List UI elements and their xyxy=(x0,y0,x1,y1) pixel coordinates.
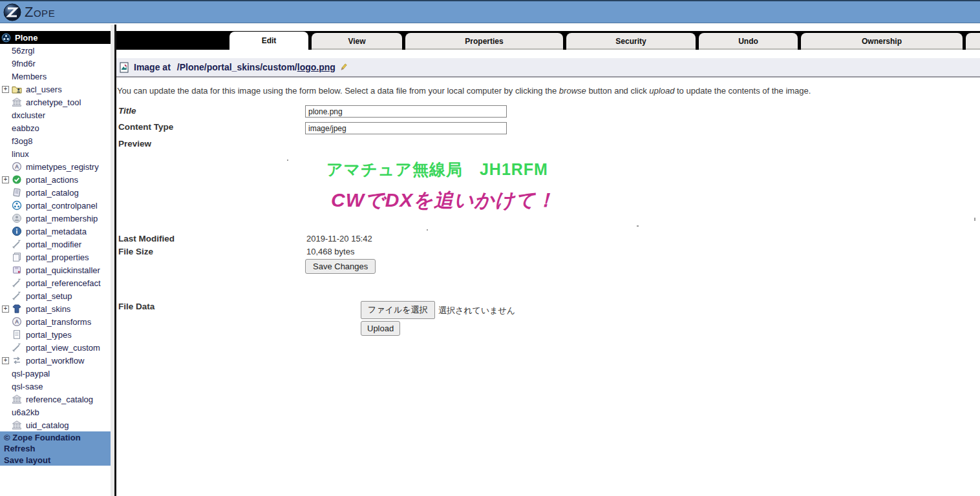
last-modified-value: 2019-11-20 15:42 xyxy=(306,234,372,243)
file-size-value: 10,468 bytes xyxy=(306,247,354,256)
sidebar-item-linux[interactable]: linux xyxy=(0,147,111,160)
sidebar-item-portal_types[interactable]: portal_types xyxy=(0,328,111,341)
sidebar-item-portal_properties[interactable]: portal_properties xyxy=(0,251,111,264)
sidebar-item-acl_users[interactable]: +acl_users xyxy=(0,83,111,96)
sidebar-item-label: archetype_tool xyxy=(26,98,81,107)
choose-file-button[interactable]: ファイルを選択 xyxy=(361,301,435,319)
title-label: Title xyxy=(118,106,136,116)
sidebar-item-label: portal_referencefact xyxy=(26,278,101,288)
preview-text-line-2: CWでDXを追いかけて！ xyxy=(331,187,556,214)
sidebar-item-portal_workflow[interactable]: +portal_workflow xyxy=(0,354,111,367)
wrench-icon xyxy=(12,278,22,288)
sidebar-item-label: portal_controlpanel xyxy=(26,201,98,211)
sidebar-root[interactable]: Plone xyxy=(0,31,111,44)
last-modified-label: Last Modified xyxy=(118,234,175,243)
sidebar-item-label: portal_properties xyxy=(26,253,89,262)
wrench-icon xyxy=(12,239,22,249)
folder-user-icon xyxy=(12,84,22,94)
image-artifact-speck xyxy=(974,218,975,221)
sidebar-item-portal_skins[interactable]: +portal_skins xyxy=(0,302,111,315)
sidebar-item-qsl-sase[interactable]: qsl-sase xyxy=(0,380,111,393)
disk-icon xyxy=(12,265,22,275)
expand-toggle-icon[interactable]: + xyxy=(2,357,9,364)
main-content: EditViewPropertiesSecurityUndoOwnership … xyxy=(116,31,980,496)
sidebar-item-56zrgl[interactable]: 56zrgl xyxy=(0,44,111,57)
zope-logo-icon xyxy=(3,3,21,21)
sidebar-item-uid_catalog[interactable]: uid_catalog xyxy=(0,418,111,431)
tab-undo[interactable]: Undo xyxy=(699,33,798,50)
sidebar-item-label: qsl-sase xyxy=(12,382,43,391)
sidebar-item-portal_referencefact[interactable]: portal_referencefact xyxy=(0,276,111,289)
sidebar-item-portal_catalog[interactable]: portal_catalog xyxy=(0,186,111,199)
book-icon xyxy=(12,187,22,198)
sidebar-root-label: Plone xyxy=(15,33,37,43)
sidebar-item-label: portal_actions xyxy=(26,175,78,185)
sidebar-item-label: 56zrgl xyxy=(12,46,34,56)
sidebar-item-label: portal_setup xyxy=(26,291,72,301)
sidebar-item-portal_view_custom[interactable]: portal_view_custom xyxy=(0,341,111,354)
person-icon xyxy=(12,213,22,223)
sidebar-item-label: Members xyxy=(12,72,47,81)
sidebar-item-portal_quickinstaller[interactable]: portal_quickinstaller xyxy=(0,264,111,276)
circle-a-icon: A xyxy=(12,316,22,327)
sidebar-item-label: portal_metadata xyxy=(26,227,87,236)
breadcrumb-prefix: Image at xyxy=(134,62,171,72)
expand-toggle-icon[interactable]: + xyxy=(2,176,9,183)
preview-text-line-1: アマチュア無線局 JH1RFM xyxy=(326,159,548,180)
save-layout-link[interactable]: Save layout xyxy=(4,455,111,466)
svg-text:A: A xyxy=(15,163,19,170)
sidebar-item-u6a2kb[interactable]: u6a2kb xyxy=(0,406,111,418)
image-artifact-speck xyxy=(637,225,639,227)
sidebar-item-label: portal_membership xyxy=(26,214,98,223)
sidebar-item-label: portal_types xyxy=(26,330,72,340)
sidebar-item-f3og8[interactable]: f3og8 xyxy=(0,134,111,147)
sidebar-item-portal_transforms[interactable]: Aportal_transforms xyxy=(0,315,111,328)
doc-icon xyxy=(12,329,22,340)
check-icon xyxy=(12,174,22,185)
zope-wordmark: ZOPE xyxy=(25,4,55,21)
sidebar-item-dxcluster[interactable]: dxcluster xyxy=(0,108,111,121)
sidebar-item-label: portal_catalog xyxy=(26,188,79,198)
sidebar-item-label: portal_modifier xyxy=(26,240,81,249)
sidebar-item-portal_actions[interactable]: +portal_actions xyxy=(0,173,111,186)
upload-button[interactable]: Upload xyxy=(361,321,400,336)
tab-partial[interactable] xyxy=(966,33,980,50)
sidebar-item-mimetypes_registry[interactable]: Amimetypes_registry xyxy=(0,160,111,173)
sidebar-item-eabbzo[interactable]: eabbzo xyxy=(0,121,111,134)
sidebar-item-portal_controlpanel[interactable]: portal_controlpanel xyxy=(0,199,111,212)
tab-properties[interactable]: Properties xyxy=(405,33,563,50)
sidebar-item-reference_catalog[interactable]: reference_catalog xyxy=(0,393,111,406)
tab-security[interactable]: Security xyxy=(566,33,696,50)
sidebar-item-archetype_tool[interactable]: archetype_tool xyxy=(0,96,111,108)
breadcrumb-link[interactable]: logo.png xyxy=(297,62,336,72)
sidebar-item-label: f3og8 xyxy=(12,136,33,146)
save-changes-button[interactable]: Save Changes xyxy=(305,259,376,274)
tab-ownership[interactable]: Ownership xyxy=(801,33,963,50)
sidebar-item-label: qsl-paypal xyxy=(12,369,50,378)
sidebar-item-portal_metadata[interactable]: portal_metadata xyxy=(0,225,111,238)
sidebar-item-label: 9fnd6r xyxy=(12,59,36,68)
expand-toggle-icon[interactable]: + xyxy=(2,86,9,93)
tab-bar: EditViewPropertiesSecurityUndoOwnership xyxy=(116,31,980,50)
title-input[interactable] xyxy=(305,105,507,118)
tab-edit[interactable]: Edit xyxy=(229,32,308,50)
preview-label: Preview xyxy=(118,139,151,149)
refresh-link[interactable]: Refresh xyxy=(4,443,111,454)
sidebar-item-qsl-paypal[interactable]: qsl-paypal xyxy=(0,367,111,380)
sidebar-item-label: portal_transforms xyxy=(26,317,91,327)
expand-toggle-icon[interactable]: + xyxy=(2,305,9,313)
sidebar-item-portal_membership[interactable]: portal_membership xyxy=(0,212,111,225)
circle-a-icon: A xyxy=(12,161,22,172)
bank-icon xyxy=(12,420,22,430)
sidebar-item-portal_modifier[interactable]: portal_modifier xyxy=(0,238,111,251)
image-file-icon xyxy=(119,62,129,73)
sidebar-item-9fnd6r[interactable]: 9fnd6r xyxy=(0,57,111,70)
tab-view[interactable]: View xyxy=(312,33,402,50)
sidebar-item-portal_setup[interactable]: portal_setup xyxy=(0,289,111,302)
zope-foundation-link[interactable]: © Zope Foundation xyxy=(4,432,111,443)
sidebar-item-label: dxcluster xyxy=(12,110,45,120)
breadcrumb: Image at/Plone/portal_skins/custom/logo.… xyxy=(116,58,980,78)
edit-pencil-icon[interactable] xyxy=(339,63,348,72)
sidebar-item-Members[interactable]: Members xyxy=(0,70,111,83)
content-type-input[interactable] xyxy=(305,122,507,134)
